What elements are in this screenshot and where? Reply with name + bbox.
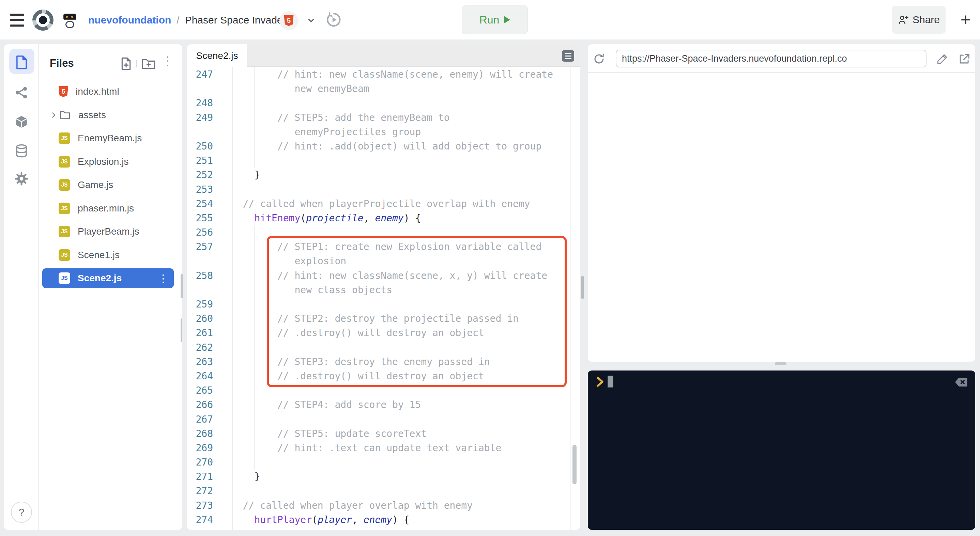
panel-resize-handle[interactable]	[581, 276, 584, 299]
code-line-271[interactable]: 271}	[187, 469, 580, 484]
code-line-268[interactable]: 268// STEP5: update scoreText	[187, 427, 580, 441]
line-number: 263	[187, 355, 213, 369]
new-repl-button[interactable]: +	[956, 9, 975, 31]
share-button[interactable]: Share	[892, 6, 946, 34]
sidebar-item-version-control[interactable]	[4, 79, 39, 106]
file-kebab-icon[interactable]: ⋮	[158, 273, 168, 284]
editor-scrollbar[interactable]	[573, 445, 577, 484]
add-file-button[interactable]	[119, 57, 133, 71]
code-line-251[interactable]: 251	[187, 154, 580, 168]
code-line-253[interactable]: 253	[187, 182, 580, 197]
sidebar-item-packages[interactable]	[4, 109, 39, 135]
code-line-250[interactable]: 250// hint: .add(object) will add object…	[187, 139, 580, 154]
file-name: Explosion.js	[78, 156, 129, 167]
refresh-button[interactable]	[593, 52, 606, 65]
code-line-248[interactable]: 248	[187, 96, 580, 110]
code-line-260[interactable]: 260// STEP2: destroy the projectile pass…	[187, 312, 580, 326]
editor-menu-icon[interactable]	[562, 50, 574, 62]
code-line-261[interactable]: 261// .destroy() will destroy an object	[187, 326, 580, 340]
code-line-274[interactable]: 274hurtPlayer(player, enemy) {	[187, 513, 580, 527]
file-name: phaser.min.js	[78, 203, 134, 214]
tab-scene2[interactable]: Scene2.js	[187, 44, 247, 67]
sidebar-item-settings[interactable]	[4, 165, 39, 192]
add-folder-button[interactable]	[141, 57, 156, 71]
code-line-269[interactable]: 269// hint: .text can update text variab…	[187, 441, 580, 455]
line-number: 251	[187, 154, 213, 168]
line-number: 268	[187, 427, 213, 441]
tool-sidebar: ?	[4, 44, 39, 530]
code-line-wrap[interactable]: new class objects	[187, 283, 580, 297]
code-line-249[interactable]: 249// STEP5: add the enemyBeam to	[187, 111, 580, 125]
code-line-256[interactable]: 256	[187, 225, 580, 240]
refresh-icon	[593, 52, 606, 65]
edit-url-button[interactable]	[936, 52, 949, 65]
line-number: 248	[187, 96, 213, 110]
code-line-273[interactable]: 273// called when player overlap with en…	[187, 498, 580, 513]
run-button-label: Run	[479, 14, 500, 26]
file-name: EnemyBeam.js	[78, 133, 142, 144]
packages-cube-icon	[14, 115, 29, 129]
history-icon[interactable]	[325, 11, 342, 29]
code-content[interactable]: 247// hint: new className(scene, enemy) …	[187, 67, 580, 530]
hamburger-menu-icon[interactable]	[10, 14, 24, 27]
sidebar-item-files[interactable]	[4, 49, 39, 76]
robot-avatar[interactable]	[63, 12, 77, 29]
code-line-272[interactable]: 272	[187, 484, 580, 498]
run-button[interactable]: Run	[462, 5, 528, 34]
code-line-255[interactable]: 255hitEnemy(projectile, enemy) {	[187, 211, 580, 225]
code-line-247[interactable]: 247// hint: new className(scene, enemy) …	[187, 67, 580, 82]
pencil-icon	[936, 52, 949, 65]
line-number: 253	[187, 182, 213, 197]
code-line-252[interactable]: 252}	[187, 168, 580, 182]
open-in-new-tab-button[interactable]	[958, 52, 971, 65]
code-line-263[interactable]: 263// STEP3: destroy the enemy passed in	[187, 355, 580, 369]
file-item-EnemyBeam.js[interactable]: JSEnemyBeam.js	[42, 128, 174, 148]
clear-console-button[interactable]	[955, 376, 968, 388]
file-item-Scene2.js[interactable]: JSScene2.js⋮	[42, 268, 174, 288]
html5-icon: 5	[284, 15, 294, 26]
code-line-265[interactable]: 265	[187, 384, 580, 398]
file-item-phaser.min.js[interactable]: JSphaser.min.js	[42, 198, 174, 218]
code-line-259[interactable]: 259	[187, 297, 580, 312]
code-line-266[interactable]: 266// STEP4: add score by 15	[187, 398, 580, 412]
file-item-Game.js[interactable]: JSGame.js	[42, 175, 174, 195]
panel-resize-handle[interactable]	[181, 274, 183, 298]
code-line-267[interactable]: 267	[187, 412, 580, 427]
chevron-right-icon[interactable]	[50, 111, 57, 119]
line-number: 261	[187, 326, 213, 340]
file-item-index.html[interactable]: 5index.html	[42, 82, 174, 101]
app-logo-icon[interactable]	[32, 10, 54, 31]
code-line-258[interactable]: 258// hint: new className(scene, x, y) w…	[187, 269, 580, 283]
breadcrumb-org-link[interactable]: nuevofoundation	[88, 14, 171, 26]
code-line-262[interactable]: 262	[187, 341, 580, 355]
project-language-badge: 5	[279, 11, 298, 30]
files-menu-kebab-icon[interactable]: ⋮	[162, 54, 172, 68]
file-item-PlayerBeam.js[interactable]: JSPlayerBeam.js	[42, 222, 174, 241]
chevron-down-icon[interactable]	[305, 16, 317, 25]
line-number: 264	[187, 369, 213, 384]
panel-resize-handle[interactable]	[775, 362, 786, 365]
console-panel[interactable]	[588, 371, 975, 530]
files-scrollbar[interactable]	[181, 319, 182, 342]
js-file-icon: JS	[59, 249, 70, 261]
line-number: 259	[187, 297, 213, 312]
code-line-wrap[interactable]: new enemyBeam	[187, 82, 580, 96]
code-line-270[interactable]: 270	[187, 455, 580, 469]
line-number: 274	[187, 513, 213, 527]
line-number: 258	[187, 269, 213, 283]
code-line-264[interactable]: 264// .destroy() will destroy an object	[187, 369, 580, 384]
file-item-Explosion.js[interactable]: JSExplosion.js	[42, 152, 174, 171]
code-line-257[interactable]: 257// STEP1: create new Explosion variab…	[187, 240, 580, 254]
help-button[interactable]: ?	[11, 502, 32, 523]
url-input[interactable]	[616, 50, 926, 67]
console-prompt-icon	[596, 376, 604, 387]
code-line-wrap[interactable]: enemyProjectiles group	[187, 125, 580, 139]
line-number: 265	[187, 384, 213, 398]
code-line-254[interactable]: 254// called when playerProjectile overl…	[187, 197, 580, 211]
file-item-Scene1.js[interactable]: JSScene1.js	[42, 245, 174, 265]
sidebar-item-database[interactable]	[4, 138, 39, 164]
code-line-wrap[interactable]: explosion	[187, 254, 580, 268]
file-item-assets[interactable]: assets	[42, 105, 174, 125]
code-line-275[interactable]: 275	[187, 527, 580, 530]
share-button-label: Share	[913, 14, 940, 25]
